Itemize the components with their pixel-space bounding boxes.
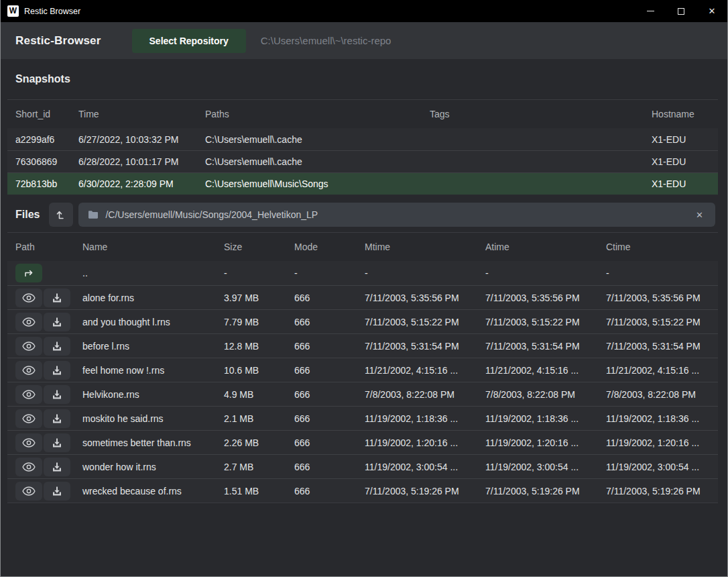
file-actions xyxy=(7,458,74,476)
download-file-button[interactable] xyxy=(44,361,70,380)
file-row: feel home now !.rns10.6 MB66611/21/2002,… xyxy=(7,358,718,382)
file-size: 4.9 MB xyxy=(216,389,286,400)
download-file-button[interactable] xyxy=(44,458,70,476)
current-path-bar[interactable]: /C/Users/emuell/Music/Songs/2004_Helveti… xyxy=(78,203,715,227)
file-mtime: 7/11/2003, 5:15:22 PM xyxy=(357,317,477,327)
download-file-button[interactable] xyxy=(44,433,70,452)
file-mtime: 7/11/2003, 5:35:56 PM xyxy=(357,293,477,303)
file-actions xyxy=(7,313,74,331)
file-row: moskito he said.rns2.1 MB66611/19/2002, … xyxy=(7,406,718,430)
preview-file-button[interactable] xyxy=(15,433,42,452)
file-atime: 7/11/2003, 5:19:26 PM xyxy=(477,486,598,496)
parent-dir-button[interactable] xyxy=(15,264,42,282)
file-actions xyxy=(7,385,74,404)
snapshots-header-row: Short_idTimePathsTagsHostname xyxy=(7,100,718,128)
files-heading: Files xyxy=(15,209,40,221)
up-level-button[interactable] xyxy=(49,203,73,227)
download-file-button[interactable] xyxy=(44,409,70,428)
download-icon xyxy=(52,437,62,448)
file-ctime: 11/21/2002, 4:15:16 ... xyxy=(598,365,718,376)
file-atime: 7/11/2003, 5:35:56 PM xyxy=(477,293,598,303)
file-ctime: 7/8/2003, 8:22:08 PM xyxy=(598,389,718,400)
eye-icon xyxy=(22,390,36,399)
file-mode: 666 xyxy=(286,462,357,472)
file-atime: 11/19/2002, 1:18:36 ... xyxy=(477,413,598,424)
file-size: 1.51 MB xyxy=(216,486,286,496)
file-ctime: 7/11/2003, 5:15:22 PM xyxy=(598,317,718,327)
download-icon xyxy=(52,317,62,327)
files-header-row: PathNameSizeModeMtimeAtimeCtime xyxy=(7,233,718,261)
download-file-button[interactable] xyxy=(44,288,70,307)
preview-file-button[interactable] xyxy=(15,361,42,380)
file-mtime: 7/8/2003, 8:22:08 PM xyxy=(357,389,477,400)
maximize-icon xyxy=(678,8,684,15)
file-row: alone for.rns3.97 MB6667/11/2003, 5:35:5… xyxy=(7,285,718,309)
snapshot-short_id: 76306869 xyxy=(7,156,70,167)
preview-file-button[interactable] xyxy=(15,337,42,356)
file-mode: 666 xyxy=(286,317,357,327)
snapshots-rows: a2299af66/27/2022, 10:03:32 PMC:\Users\e… xyxy=(7,128,718,195)
file-mode: 666 xyxy=(286,293,357,303)
snapshot-row[interactable]: 72b813bb6/30/2022, 2:28:09 PMC:\Users\em… xyxy=(7,172,718,195)
download-file-button[interactable] xyxy=(44,313,70,331)
snapshot-paths: C:\Users\emuell\.cache xyxy=(197,134,422,145)
file-name: feel home now !.rns xyxy=(74,365,216,376)
snapshots-table: Short_idTimePathsTagsHostname a2299af66/… xyxy=(7,99,718,195)
snapshot-row[interactable]: 763068696/28/2022, 10:01:17 PMC:\Users\e… xyxy=(7,150,718,172)
preview-file-button[interactable] xyxy=(15,288,42,307)
eye-icon xyxy=(22,438,36,448)
snapshot-time: 6/30/2022, 2:28:09 PM xyxy=(70,178,197,189)
snapshot-time: 6/27/2022, 10:03:32 PM xyxy=(70,134,197,145)
app-window: W Restic Browser ✕ Restic-Browser Select… xyxy=(0,0,728,577)
file-size: 12.8 MB xyxy=(216,341,286,352)
preview-file-button[interactable] xyxy=(15,458,42,476)
snapshot-row[interactable]: a2299af66/27/2022, 10:03:32 PMC:\Users\e… xyxy=(7,128,718,150)
preview-file-button[interactable] xyxy=(15,482,42,501)
file-ctime: 7/11/2003, 5:35:56 PM xyxy=(598,293,718,303)
file-row: ..----- xyxy=(7,261,718,285)
preview-file-button[interactable] xyxy=(15,409,42,428)
preview-file-button[interactable] xyxy=(15,385,42,404)
preview-file-button[interactable] xyxy=(15,313,42,331)
download-file-button[interactable] xyxy=(44,482,70,501)
files-column-atime: Atime xyxy=(477,242,598,252)
file-atime: 11/19/2002, 3:00:54 ... xyxy=(477,462,598,472)
folder-icon xyxy=(88,210,99,219)
close-button[interactable]: ✕ xyxy=(696,0,727,22)
file-actions xyxy=(7,337,74,356)
file-actions xyxy=(7,264,74,282)
snapshot-hostname: X1-EDU xyxy=(644,178,718,189)
file-mtime: 11/21/2002, 4:15:16 ... xyxy=(357,365,477,376)
titlebar: W Restic Browser ✕ xyxy=(1,0,727,22)
download-icon xyxy=(52,413,62,424)
file-actions xyxy=(7,433,74,452)
clear-path-icon[interactable]: ✕ xyxy=(693,209,706,221)
download-icon xyxy=(52,293,62,303)
eye-icon xyxy=(22,366,36,375)
file-ctime: 7/11/2003, 5:31:54 PM xyxy=(598,341,718,352)
file-name: moskito he said.rns xyxy=(74,413,216,424)
download-file-button[interactable] xyxy=(44,385,70,404)
files-column-path: Path xyxy=(7,242,74,252)
maximize-button[interactable] xyxy=(666,0,696,22)
file-atime: 11/21/2002, 4:15:16 ... xyxy=(477,365,598,376)
file-atime: 7/11/2003, 5:31:54 PM xyxy=(477,341,598,352)
repository-path: C:\Users\emuell\~\restic-repo xyxy=(261,35,391,46)
file-name: .. xyxy=(74,268,216,278)
file-mode: 666 xyxy=(286,365,357,376)
minimize-icon xyxy=(647,11,654,11)
file-name: and you thought l.rns xyxy=(74,317,216,327)
file-atime: 11/19/2002, 1:20:16 ... xyxy=(477,437,598,448)
snapshot-hostname: X1-EDU xyxy=(644,134,718,145)
file-name: wrecked because of.rns xyxy=(74,486,216,496)
files-column-ctime: Ctime xyxy=(598,242,718,252)
file-actions xyxy=(7,482,74,501)
file-size: - xyxy=(216,268,286,278)
select-repository-button[interactable]: Select Repository xyxy=(132,29,246,53)
snapshots-column-short_id: Short_id xyxy=(7,109,70,119)
download-file-button[interactable] xyxy=(44,337,70,356)
minimize-button[interactable] xyxy=(635,0,666,22)
download-icon xyxy=(52,389,62,400)
file-actions xyxy=(7,361,74,380)
file-mtime: 7/11/2003, 5:19:26 PM xyxy=(357,486,477,496)
